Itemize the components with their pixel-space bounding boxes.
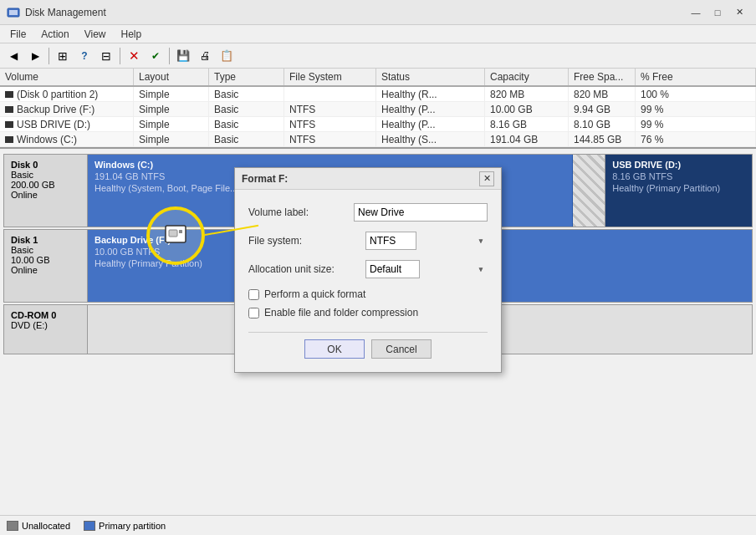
volume-label-input[interactable]	[354, 203, 488, 222]
cell-volume-2: USB DRIVE (D:)	[0, 117, 134, 131]
partition-d[interactable]: USB DRIVE (D:) 8.16 GB NTFS Healthy (Pri…	[605, 155, 752, 227]
table-row[interactable]: Windows (C:) Simple Basic NTFS Healthy (…	[0, 132, 756, 147]
svg-rect-1	[9, 10, 18, 15]
allocation-row: Allocation unit size: Default 512 1024 2…	[248, 260, 488, 278]
disk-0-size: 200.00 GB	[11, 180, 80, 190]
cancel-button[interactable]: Cancel	[371, 339, 432, 359]
cell-type-0: Basic	[209, 87, 284, 101]
cell-fs-0	[284, 87, 376, 101]
menu-action[interactable]: Action	[34, 27, 75, 42]
toolbar-print[interactable]: 🖨	[195, 46, 215, 66]
col-pctfree[interactable]: % Free	[636, 69, 756, 85]
filesystem-select[interactable]: NTFS FAT32 exFAT	[365, 232, 416, 250]
cell-pct-2: 99 %	[636, 117, 756, 131]
toolbar-note[interactable]: 📋	[217, 46, 237, 66]
window-title: Disk Management	[25, 7, 106, 18]
cell-pct-1: 99 %	[636, 102, 756, 116]
minimize-button[interactable]: —	[686, 4, 706, 21]
compression-label: Enable file and folder compression	[264, 307, 418, 318]
table-body: (Disk 0 partition 2) Simple Basic Health…	[0, 87, 756, 147]
partition-unalloc	[573, 155, 606, 227]
toolbar-delete[interactable]: ✕	[124, 46, 144, 66]
col-free[interactable]: Free Spa...	[569, 69, 636, 85]
menu-help[interactable]: Help	[115, 27, 149, 42]
cell-status-3: Healthy (S...	[376, 132, 485, 146]
legend-unallocated-box	[7, 521, 18, 531]
cell-volume-0: (Disk 0 partition 2)	[0, 87, 134, 101]
toolbar: ◀ ▶ ⊞ ? ⊟ ✕ ✔ 💾 🖨 📋	[0, 43, 756, 69]
cell-volume-1: Backup Drive (F:)	[0, 102, 134, 116]
toolbar-separator-2	[120, 48, 120, 64]
cell-status-0: Healthy (R...	[376, 87, 485, 101]
toolbar-help[interactable]: ?	[74, 46, 94, 66]
legend-primary: Primary partition	[84, 521, 166, 531]
title-bar: Disk Management — □ ✕	[0, 0, 756, 25]
disk-icon-1	[5, 106, 13, 113]
cell-free-0: 820 MB	[569, 87, 636, 101]
cell-status-2: Healthy (P...	[376, 117, 485, 131]
table-row[interactable]: USB DRIVE (D:) Simple Basic NTFS Healthy…	[0, 117, 756, 132]
close-button[interactable]: ✕	[729, 4, 749, 21]
disk-1-type: Basic	[11, 245, 80, 255]
dialog-close-button[interactable]: ✕	[479, 171, 494, 186]
disk-icon-3	[5, 136, 13, 143]
volume-label-label: Volume label:	[248, 206, 354, 218]
table-header: Volume Layout Type File System Status Ca…	[0, 69, 756, 87]
legend-unallocated-label: Unallocated	[22, 521, 70, 531]
toolbar-save[interactable]: 💾	[173, 46, 193, 66]
ok-button[interactable]: OK	[304, 339, 365, 359]
toolbar-rescan[interactable]: ⊟	[96, 46, 116, 66]
cdrom-name: CD-ROM 0	[11, 310, 80, 320]
table-row[interactable]: Backup Drive (F:) Simple Basic NTFS Heal…	[0, 102, 756, 117]
table-row[interactable]: (Disk 0 partition 2) Simple Basic Health…	[0, 87, 756, 102]
cell-status-1: Healthy (P...	[376, 102, 485, 116]
toolbar-back[interactable]: ◀	[3, 46, 23, 66]
partition-d-label: USB DRIVE (D:)	[612, 160, 745, 170]
cell-free-3: 144.85 GB	[569, 132, 636, 146]
toolbar-forward[interactable]: ▶	[25, 46, 45, 66]
disk-1-size: 10.00 GB	[11, 255, 80, 265]
col-capacity[interactable]: Capacity	[485, 69, 569, 85]
app-icon	[7, 6, 20, 19]
cell-layout-3: Simple	[134, 132, 209, 146]
filesystem-select-wrapper: NTFS FAT32 exFAT ▼	[365, 232, 488, 250]
quick-format-label: Perform a quick format	[264, 288, 365, 300]
legend-primary-label: Primary partition	[99, 521, 166, 531]
menu-bar: File Action View Help	[0, 25, 756, 43]
cell-free-1: 9.94 GB	[569, 102, 636, 116]
disk-icon-0	[5, 91, 13, 98]
allocation-select[interactable]: Default 512 1024 2048 4096	[365, 260, 420, 278]
toolbar-check[interactable]: ✔	[146, 46, 166, 66]
cell-cap-0: 820 MB	[485, 87, 569, 101]
filesystem-row: File system: NTFS FAT32 exFAT ▼	[248, 232, 488, 250]
chevron-down-icon-2: ▼	[478, 266, 484, 273]
quick-format-row: Perform a quick format	[248, 288, 488, 300]
toolbar-separator-1	[49, 48, 49, 64]
col-layout[interactable]: Layout	[134, 69, 209, 85]
disk-label-0: Disk 0 Basic 200.00 GB Online	[4, 155, 88, 227]
legend-primary-box	[84, 521, 95, 531]
quick-format-checkbox[interactable]	[248, 289, 259, 300]
cell-cap-1: 10.00 GB	[485, 102, 569, 116]
col-status[interactable]: Status	[376, 69, 485, 85]
dialog-content: Volume label: File system: NTFS FAT32 ex…	[235, 190, 501, 372]
dialog-title-bar: Format F: ✕	[235, 168, 501, 190]
cdrom-label: CD-ROM 0 DVD (E:)	[4, 305, 88, 354]
maximize-button[interactable]: □	[707, 4, 728, 21]
cell-fs-2: NTFS	[284, 117, 376, 131]
cell-pct-0: 100 %	[636, 87, 756, 101]
col-volume[interactable]: Volume	[0, 69, 134, 85]
cell-layout-2: Simple	[134, 117, 209, 131]
dialog-buttons: OK Cancel	[248, 332, 488, 359]
compression-checkbox[interactable]	[248, 308, 259, 318]
col-type[interactable]: Type	[209, 69, 284, 85]
partition-d-info1: 8.16 GB NTFS	[612, 171, 745, 181]
cell-type-3: Basic	[209, 132, 284, 146]
cell-type-1: Basic	[209, 102, 284, 116]
disk-1-status: Online	[11, 265, 80, 275]
menu-view[interactable]: View	[78, 27, 113, 42]
toolbar-properties[interactable]: ⊞	[53, 46, 73, 66]
disk-1-name: Disk 1	[11, 235, 80, 245]
col-filesystem[interactable]: File System	[284, 69, 376, 85]
menu-file[interactable]: File	[3, 27, 33, 42]
